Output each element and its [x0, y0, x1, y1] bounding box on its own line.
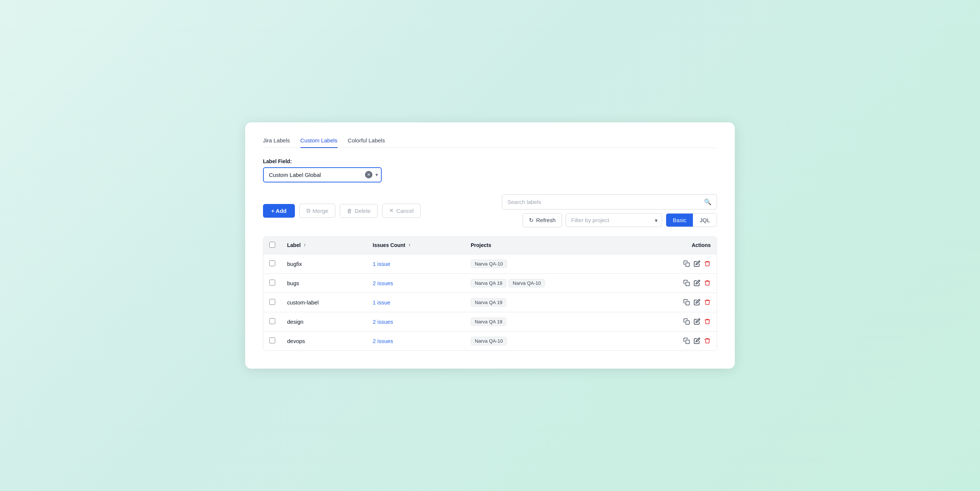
refresh-label: Refresh — [536, 217, 556, 223]
row-projects: Narva QA 19Narva QA-10 — [465, 273, 639, 292]
row-projects: Narva QA 19 — [465, 292, 639, 312]
header-actions: Actions — [639, 237, 717, 254]
refresh-icon: ↻ — [529, 217, 534, 224]
left-actions: + Add ⧉ Merge 🗑 Delete ✕ Cancel — [263, 203, 421, 218]
table-row: devops2 issuesNarva QA-10 — [263, 331, 717, 350]
delete-button[interactable]: 🗑 Delete — [340, 204, 378, 218]
labels-table-wrapper: Label ↑ Issues Count ↑ Projects Actions — [263, 236, 717, 351]
delete-row-icon[interactable] — [704, 318, 711, 325]
row-actions — [639, 292, 717, 312]
row-checkbox[interactable] — [269, 280, 275, 286]
row-actions — [639, 331, 717, 350]
label-field-heading: Label Field: — [263, 158, 717, 164]
clear-icon[interactable]: ✕ — [365, 171, 372, 178]
issues-count-link[interactable]: 2 issues — [373, 280, 393, 286]
issues-count-link[interactable]: 1 issue — [373, 299, 391, 305]
row-checkbox[interactable] — [269, 337, 275, 343]
row-issues-count[interactable]: 2 issues — [367, 331, 465, 350]
toolbar-row: + Add ⧉ Merge 🗑 Delete ✕ Cancel 🔍 — [263, 194, 717, 227]
filter-by-project-select[interactable]: Filter by project — [566, 213, 662, 227]
svg-rect-0 — [686, 263, 690, 267]
copy-icon[interactable] — [683, 318, 690, 325]
project-badge[interactable]: Narva QA-10 — [471, 337, 507, 345]
tab-custom-labels[interactable]: Custom Labels — [301, 137, 337, 148]
refresh-button[interactable]: ↻ Refresh — [523, 213, 562, 227]
header-projects: Projects — [465, 237, 639, 254]
copy-icon[interactable] — [683, 280, 690, 286]
x-icon: ✕ — [389, 207, 394, 214]
table-header: Label ↑ Issues Count ↑ Projects Actions — [263, 237, 717, 254]
delete-row-icon[interactable] — [704, 337, 711, 344]
copy-icon[interactable] — [683, 299, 690, 305]
delete-row-icon[interactable] — [704, 280, 711, 286]
row-issues-count[interactable]: 2 issues — [367, 273, 465, 292]
select-all-checkbox[interactable] — [269, 242, 275, 248]
row-actions — [639, 312, 717, 331]
add-button[interactable]: + Add — [263, 204, 295, 218]
table-body: bugfix1 issueNarva QA-10bugs2 issuesNarv… — [263, 254, 717, 350]
row-checkbox[interactable] — [269, 299, 275, 305]
cancel-label: Cancel — [396, 208, 414, 214]
project-badge[interactable]: Narva QA 19 — [471, 279, 506, 288]
row-actions — [639, 254, 717, 273]
svg-rect-3 — [686, 321, 690, 324]
issues-count-sort-icon[interactable]: ↑ — [408, 243, 410, 248]
search-bar: 🔍 — [502, 194, 717, 210]
svg-rect-1 — [686, 282, 690, 286]
main-card: Jira Labels Custom Labels Colorful Label… — [245, 122, 735, 369]
row-projects: Narva QA 19 — [465, 312, 639, 331]
row-label: custom-label — [281, 292, 367, 312]
header-checkbox-col — [263, 237, 281, 254]
merge-button[interactable]: ⧉ Merge — [299, 203, 336, 218]
table-row: design2 issuesNarva QA 19 — [263, 312, 717, 331]
project-badge[interactable]: Narva QA-10 — [471, 260, 507, 268]
filter-row: ↻ Refresh Filter by project ▾ Basic JQL — [523, 213, 717, 227]
merge-icon: ⧉ — [306, 207, 310, 214]
project-badge[interactable]: Narva QA 19 — [471, 298, 506, 307]
row-issues-count[interactable]: 2 issues — [367, 312, 465, 331]
chevron-down-icon[interactable]: ▾ — [375, 172, 378, 178]
label-select-icons: ✕ ▾ — [365, 171, 378, 178]
jql-view-button[interactable]: JQL — [693, 214, 717, 227]
issues-count-link[interactable]: 2 issues — [373, 338, 393, 344]
tab-bar: Jira Labels Custom Labels Colorful Label… — [263, 137, 717, 148]
copy-icon[interactable] — [683, 261, 690, 267]
view-toggle: Basic JQL — [666, 213, 717, 227]
row-label: bugs — [281, 273, 367, 292]
edit-icon[interactable] — [694, 337, 700, 344]
row-checkbox[interactable] — [269, 318, 275, 324]
tab-colorful-labels[interactable]: Colorful Labels — [348, 137, 385, 148]
delete-row-icon[interactable] — [704, 299, 711, 305]
labels-table: Label ↑ Issues Count ↑ Projects Actions — [263, 237, 717, 350]
cancel-button[interactable]: ✕ Cancel — [382, 203, 421, 218]
row-projects: Narva QA-10 — [465, 254, 639, 273]
header-label: Label ↑ — [281, 237, 367, 254]
label-field-select[interactable]: Custom Label Global — [263, 167, 382, 183]
filter-select-wrapper: Filter by project ▾ — [566, 213, 662, 227]
issues-count-link[interactable]: 1 issue — [373, 261, 391, 267]
search-icon: 🔍 — [704, 199, 711, 205]
label-sort-icon[interactable]: ↑ — [304, 243, 306, 248]
edit-icon[interactable] — [694, 318, 700, 325]
row-issues-count[interactable]: 1 issue — [367, 254, 465, 273]
issues-count-link[interactable]: 2 issues — [373, 319, 393, 325]
search-input[interactable] — [508, 199, 704, 205]
row-label: design — [281, 312, 367, 331]
trash-icon: 🗑 — [347, 208, 352, 214]
label-field-wrapper: Custom Label Global ✕ ▾ — [263, 167, 382, 183]
copy-icon[interactable] — [683, 337, 690, 344]
merge-label: Merge — [313, 208, 329, 214]
tab-jira-labels[interactable]: Jira Labels — [263, 137, 290, 148]
project-badge[interactable]: Narva QA-10 — [509, 279, 545, 288]
project-badge[interactable]: Narva QA 19 — [471, 318, 506, 326]
right-controls: 🔍 ↻ Refresh Filter by project ▾ Basic JQ… — [502, 194, 717, 227]
edit-icon[interactable] — [694, 261, 700, 267]
table-row: custom-label1 issueNarva QA 19 — [263, 292, 717, 312]
row-checkbox[interactable] — [269, 261, 275, 266]
delete-row-icon[interactable] — [704, 261, 711, 267]
edit-icon[interactable] — [694, 299, 700, 305]
basic-view-button[interactable]: Basic — [666, 214, 693, 227]
row-issues-count[interactable]: 1 issue — [367, 292, 465, 312]
edit-icon[interactable] — [694, 280, 700, 286]
row-projects: Narva QA-10 — [465, 331, 639, 350]
